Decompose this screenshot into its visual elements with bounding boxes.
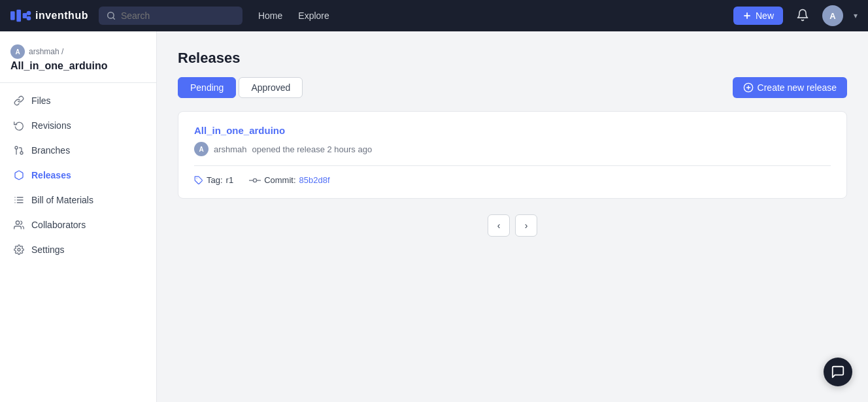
logo-text: inventhub (35, 10, 88, 22)
pagination-next[interactable]: › (515, 214, 537, 237)
svg-point-24 (254, 178, 257, 182)
nav-explore[interactable]: Explore (298, 10, 329, 21)
commit-icon (249, 176, 261, 185)
sidebar-avatar: A (10, 44, 25, 59)
link-icon (13, 95, 25, 107)
search-icon (107, 11, 116, 20)
pagination-prev[interactable]: ‹ (488, 214, 510, 237)
sidebar-item-branches[interactable]: Branches (0, 138, 156, 163)
branches-icon (13, 144, 25, 156)
sidebar-username: A arshmah / (10, 44, 146, 59)
svg-point-18 (16, 221, 19, 224)
tab-approved[interactable]: Approved (239, 77, 303, 98)
sidebar-item-settings[interactable]: Settings (0, 237, 156, 262)
new-button[interactable]: New (733, 7, 783, 25)
plus-icon (743, 11, 752, 20)
tag-value: r1 (226, 175, 234, 185)
collaborators-icon (13, 219, 25, 231)
revisions-icon (13, 120, 25, 131)
plus-circle-icon (743, 82, 754, 93)
pagination: ‹ › (178, 214, 847, 237)
topnav: inventhub Home Explore New A ▾ (0, 0, 868, 31)
sidebar-item-collaborators[interactable]: Collaborators (0, 212, 156, 237)
release-card: All_in_one_arduino A arshmah opened the … (178, 111, 847, 199)
main-content: Releases Pending Approved Create new rel… (157, 31, 868, 402)
bom-icon (13, 194, 25, 206)
releases-icon (13, 169, 25, 181)
search-input[interactable] (121, 10, 235, 21)
tag-badge: Tag: r1 (194, 175, 233, 185)
tabs-row: Pending Approved Create new release (178, 77, 847, 98)
search-bar[interactable] (99, 7, 242, 25)
release-meta: A arshmah opened the release 2 hours ago (194, 142, 831, 156)
release-opened-text: opened the release 2 hours ago (252, 144, 373, 154)
sidebar-item-files[interactable]: Files (0, 88, 156, 113)
svg-rect-2 (23, 13, 27, 18)
nav-links: Home Explore (258, 10, 329, 21)
create-release-button[interactable]: Create new release (733, 77, 847, 98)
release-details: Tag: r1 Commit: 85b2d8f (194, 175, 831, 185)
nav-home[interactable]: Home (258, 10, 282, 21)
tag-icon (194, 176, 203, 185)
chat-icon (831, 365, 845, 379)
page-title: Releases (178, 50, 847, 67)
svg-point-19 (18, 248, 20, 251)
svg-rect-1 (16, 10, 21, 22)
tabs: Pending Approved (178, 77, 303, 98)
chat-bubble[interactable] (824, 358, 852, 386)
sidebar-repo-name: All_in_one_arduino (10, 60, 146, 72)
sidebar-item-bom[interactable]: Bill of Materials (0, 188, 156, 212)
svg-point-3 (27, 11, 31, 16)
tag-label: Tag: (207, 175, 223, 185)
svg-line-6 (113, 18, 115, 20)
sidebar-user: A arshmah / All_in_one_arduino (0, 44, 156, 83)
notifications-button[interactable] (793, 6, 812, 26)
bell-icon (796, 8, 809, 22)
layout: A arshmah / All_in_one_arduino Files (0, 31, 868, 402)
release-opened-by: arshmah (214, 144, 247, 154)
commit-ref: Commit: 85b2d8f (249, 175, 329, 185)
tab-pending[interactable]: Pending (178, 77, 236, 98)
sidebar-item-revisions[interactable]: Revisions (0, 113, 156, 138)
settings-icon (13, 244, 25, 256)
release-meta-avatar: A (194, 142, 209, 156)
sidebar-nav: Files Revisions Branches (0, 88, 156, 262)
commit-label: Commit: (264, 175, 295, 185)
commit-value[interactable]: 85b2d8f (299, 175, 330, 185)
svg-point-4 (27, 16, 31, 21)
logo[interactable]: inventhub (10, 9, 88, 22)
chevron-down-icon[interactable]: ▾ (854, 11, 858, 20)
user-avatar[interactable]: A (822, 5, 843, 26)
release-name[interactable]: All_in_one_arduino (194, 125, 285, 136)
sidebar: A arshmah / All_in_one_arduino Files (0, 31, 157, 402)
sidebar-item-releases[interactable]: Releases (0, 163, 156, 188)
release-card-divider (194, 165, 831, 166)
svg-rect-0 (10, 11, 15, 20)
